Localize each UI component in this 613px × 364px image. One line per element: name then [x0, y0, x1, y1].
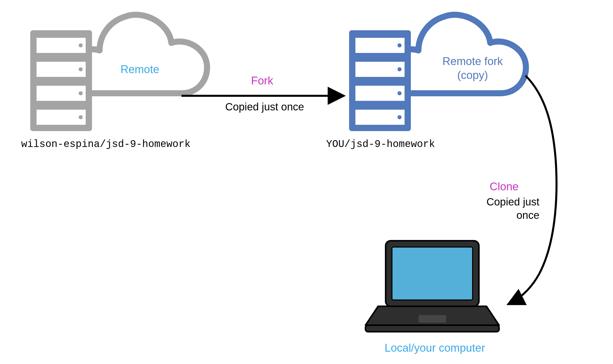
- svg-point-6: [79, 67, 83, 71]
- svg-rect-20: [365, 325, 499, 332]
- fork-action-label: Fork: [237, 74, 287, 87]
- fork-copy-label: Copied just once: [214, 101, 315, 113]
- svg-rect-1: [37, 38, 86, 53]
- svg-rect-13: [355, 110, 405, 125]
- svg-point-17: [397, 115, 402, 119]
- svg-rect-3: [37, 86, 86, 101]
- svg-point-7: [79, 91, 83, 95]
- server-icon-origin: [30, 30, 92, 131]
- fork-repo-label: YOU/jsd-9-homework: [318, 139, 444, 150]
- svg-rect-10: [355, 38, 405, 53]
- svg-rect-12: [355, 86, 405, 101]
- laptop-icon: [365, 241, 499, 332]
- svg-point-5: [79, 43, 83, 47]
- svg-point-15: [397, 67, 402, 71]
- svg-point-14: [397, 43, 402, 47]
- svg-rect-11: [355, 62, 405, 77]
- diagram-canvas: Remote wilson-espina/jsd-9-homework Fork…: [0, 0, 613, 364]
- clone-copy-label: Copied just once: [471, 195, 539, 222]
- clone-action-label: Clone: [479, 180, 529, 193]
- svg-rect-2: [37, 62, 86, 77]
- origin-repo-label: wilson-espina/jsd-9-homework: [20, 139, 192, 150]
- svg-rect-19: [392, 247, 473, 300]
- svg-rect-4: [37, 110, 86, 125]
- svg-point-8: [79, 115, 83, 119]
- local-computer-label: Local/your computer: [376, 342, 494, 354]
- svg-point-16: [397, 91, 402, 95]
- svg-rect-21: [418, 315, 446, 323]
- server-icon-fork: [349, 30, 411, 131]
- origin-cloud-label: Remote: [115, 63, 165, 76]
- fork-cloud-label: Remote fork (copy): [432, 54, 513, 82]
